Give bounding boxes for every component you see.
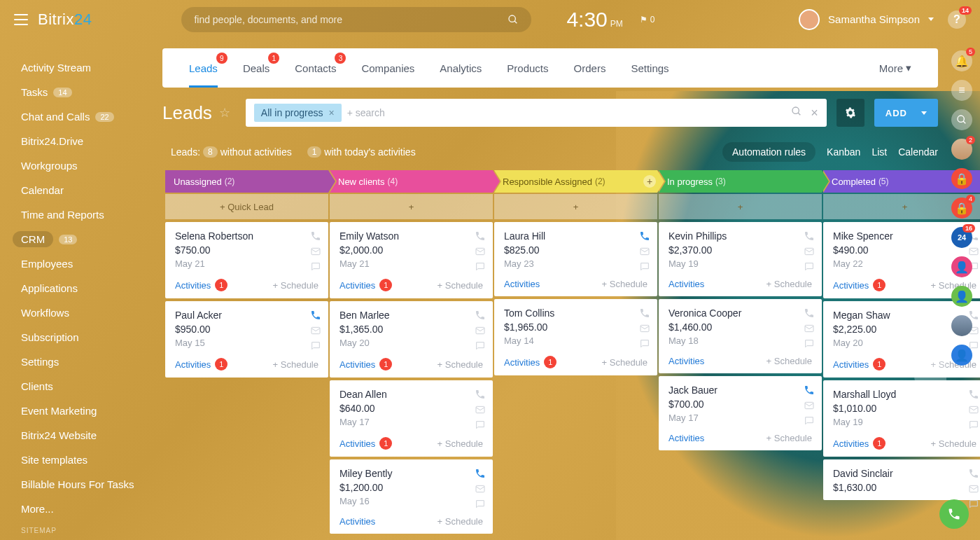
add-card-button[interactable]: +	[330, 194, 493, 219]
schedule-link[interactable]: + Schedule	[273, 359, 318, 370]
chat-icon[interactable]	[639, 261, 650, 272]
sidebar-item[interactable]: Chat and Calls22	[21, 104, 162, 129]
add-column-icon[interactable]: +	[643, 175, 656, 188]
mail-icon[interactable]	[804, 246, 815, 257]
quick-lead-button[interactable]: + Quick Lead	[165, 194, 328, 219]
search-icon[interactable]	[507, 14, 519, 25]
activities-link[interactable]: Activities	[668, 433, 704, 443]
add-card-button[interactable]: +	[659, 194, 822, 219]
chat-icon[interactable]	[804, 415, 815, 427]
schedule-link[interactable]: + Schedule	[766, 356, 812, 366]
phone-icon[interactable]	[310, 310, 321, 321]
mail-icon[interactable]	[968, 483, 979, 494]
sidebar-item[interactable]: Clients	[21, 374, 162, 399]
phone-icon[interactable]	[804, 307, 815, 319]
mail-icon[interactable]	[475, 483, 486, 494]
schedule-link[interactable]: + Schedule	[602, 357, 648, 368]
lead-card[interactable]: Marshall Lloyd $1,010.00 May 19 Activiti…	[823, 380, 980, 457]
chat-icon[interactable]	[475, 420, 486, 431]
sidebar-item[interactable]: Settings	[21, 349, 162, 374]
chat-icon[interactable]	[804, 338, 815, 349]
add-button[interactable]: ADD	[874, 99, 938, 127]
lock-icon[interactable]: 🔒	[951, 168, 972, 189]
phone-icon[interactable]	[804, 385, 815, 396]
sidebar-item[interactable]: Site templates	[21, 448, 162, 472]
view-automation[interactable]: Automation rules	[722, 142, 816, 162]
tab[interactable]: Products	[494, 48, 561, 88]
tab[interactable]: Orders	[561, 48, 619, 88]
chat-icon[interactable]	[310, 340, 321, 352]
lead-card[interactable]: Laura Hill $825.00 May 23 Activities + S…	[494, 222, 657, 296]
sidebar-item[interactable]: More...	[21, 497, 162, 521]
sidebar-item[interactable]: Subscription	[21, 325, 162, 349]
schedule-link[interactable]: + Schedule	[273, 280, 318, 291]
phone-icon[interactable]	[475, 310, 486, 321]
schedule-link[interactable]: + Schedule	[438, 438, 483, 449]
mail-icon[interactable]	[639, 323, 650, 334]
sidebar-item[interactable]: Activity Stream	[21, 55, 162, 80]
sidebar-item[interactable]: Bitrix24 Website	[21, 423, 162, 448]
lead-card[interactable]: David Sinclair $1,630.00	[823, 459, 980, 500]
person-icon[interactable]: 👤	[951, 345, 972, 366]
sidebar-item[interactable]: Applications	[21, 276, 162, 300]
phone-icon[interactable]	[639, 307, 650, 319]
lead-card[interactable]: Kevin Phillips $2,370.00 May 19 Activiti…	[659, 222, 822, 296]
phone-icon[interactable]	[804, 230, 815, 242]
filter-box[interactable]: All in progress× + search ×	[246, 99, 827, 127]
phone-icon[interactable]	[475, 230, 486, 242]
activities-link[interactable]: Activities1	[175, 358, 227, 371]
view-kanban[interactable]: Kanban	[827, 146, 860, 158]
chat-icon[interactable]	[475, 499, 486, 510]
sidebar-item[interactable]: Tasks14	[21, 80, 162, 104]
sidebar-item[interactable]: Time and Reports	[21, 202, 162, 227]
chat-icon[interactable]	[639, 338, 650, 349]
activities-link[interactable]: Activities1	[833, 279, 886, 291]
lead-card[interactable]: Emily Watson $2,000.00 May 21 Activities…	[330, 222, 493, 298]
search-icon[interactable]	[951, 109, 972, 130]
mail-icon[interactable]	[475, 246, 486, 257]
lead-card[interactable]: Paul Acker $950.00 May 15 Activities1 + …	[165, 301, 328, 378]
sidebar-item[interactable]: Bitrix24.Drive	[21, 129, 162, 153]
chat-icon[interactable]	[968, 420, 979, 431]
scroll-right-button[interactable]: ›	[914, 343, 946, 392]
activities-link[interactable]: Activities	[340, 516, 375, 527]
sidebar-item[interactable]: Workgroups	[21, 153, 162, 178]
lead-card[interactable]: Veronica Cooper $1,460.00 May 18 Activit…	[659, 299, 822, 373]
lead-card[interactable]: Miley Bently $1,200.00 May 16 Activities…	[330, 459, 493, 534]
schedule-link[interactable]: + Schedule	[766, 433, 812, 443]
sidebar-item[interactable]: Billable Hours For Tasks	[21, 472, 162, 497]
tab[interactable]: Contacts3	[282, 48, 349, 88]
mail-icon[interactable]	[639, 246, 650, 257]
phone-icon[interactable]	[968, 468, 979, 479]
rail-avatar[interactable]	[951, 315, 972, 336]
tab[interactable]: Leads9	[176, 48, 230, 88]
person-icon[interactable]: 👤	[951, 256, 972, 277]
phone-icon[interactable]	[639, 230, 650, 242]
phone-icon[interactable]	[475, 389, 486, 400]
sidebar-item[interactable]: Calendar	[21, 178, 162, 202]
sidebar-item[interactable]: Employees	[21, 251, 162, 276]
activities-link[interactable]: Activities1	[175, 279, 227, 291]
phone-icon[interactable]	[475, 468, 486, 479]
flag-indicator[interactable]: ⚑ 0	[640, 15, 655, 25]
search-input[interactable]	[194, 14, 507, 25]
user-menu[interactable]: Samantha Simpson	[799, 9, 934, 30]
schedule-link[interactable]: + Schedule	[438, 516, 483, 527]
lock-icon[interactable]: 🔒4	[951, 198, 972, 219]
chat-icon[interactable]	[475, 340, 486, 352]
global-search[interactable]	[181, 7, 531, 32]
activities-link[interactable]: Activities1	[833, 358, 886, 371]
mail-icon[interactable]	[804, 400, 815, 411]
phone-icon[interactable]	[310, 230, 321, 242]
sidebar-item[interactable]: Event Marketing	[21, 399, 162, 423]
activities-link[interactable]: Activities	[668, 356, 704, 366]
chat-icon[interactable]	[475, 261, 486, 272]
menu-icon[interactable]	[14, 14, 28, 25]
schedule-link[interactable]: + Schedule	[931, 438, 976, 449]
activities-link[interactable]: Activities1	[504, 356, 556, 368]
sidebar-item[interactable]: CRM13	[21, 227, 162, 251]
schedule-link[interactable]: + Schedule	[438, 359, 483, 370]
column-header[interactable]: Unassigned(2)	[165, 170, 328, 193]
activities-link[interactable]: Activities1	[833, 437, 886, 450]
tab-more[interactable]: More ▾	[867, 48, 924, 88]
